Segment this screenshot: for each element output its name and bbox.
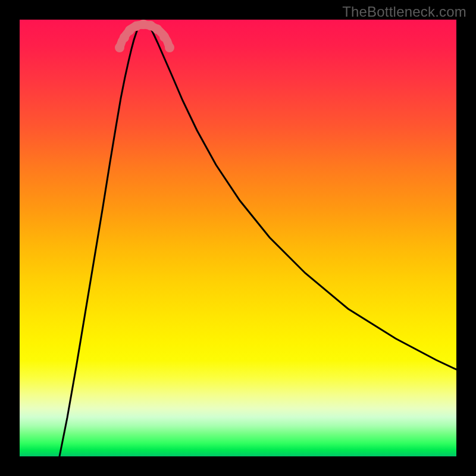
right-branch-curve [151, 28, 456, 369]
curves-svg [20, 20, 456, 456]
u-shape-marker [152, 24, 162, 34]
u-shape-markers-group [115, 20, 174, 52]
plot-area [20, 20, 456, 456]
left-branch-curve [60, 28, 138, 456]
chart-frame: TheBottleneck.com [0, 0, 476, 476]
u-shape-marker [159, 32, 169, 42]
watermark-text: TheBottleneck.com [342, 4, 466, 20]
u-shape-marker [115, 43, 124, 52]
u-shape-marker [165, 43, 174, 52]
